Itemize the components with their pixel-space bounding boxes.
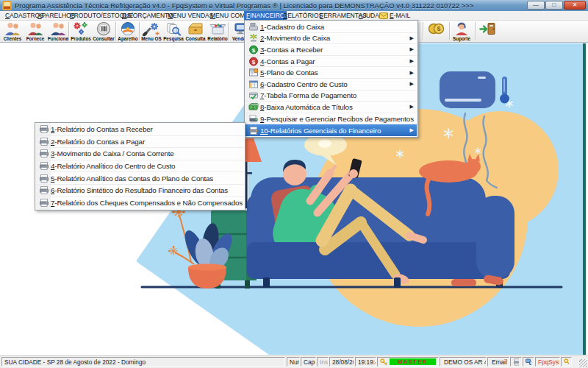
accounts-receivable-icon: $ [247,45,260,54]
printer-icon [37,137,51,146]
toolbar-button-consultar[interactable]: Consultar [93,21,115,42]
menu-item-label: 9-Pesquisar e Gerenciar Recibos de Pagam… [260,115,414,123]
app-icon [2,1,12,10]
menu-item-label: 2-Movimento de Caixa [260,34,330,42]
minimize-button[interactable]: — [527,1,545,10]
toolbar-separator [475,22,476,40]
window-controls: — □ ✕ [527,1,586,10]
financeiro-menu-item-7[interactable]: 7-Tabela Forma de Pagamento [245,91,417,102]
printer-icon [37,161,51,171]
report-menu-item-7[interactable]: 7-Relatório dos Cheques Compensados e Nã… [36,197,244,210]
printer-icon [37,124,51,134]
report-menu-item-4[interactable]: 4-Relatório Analítico do Centro de Custo [36,160,244,173]
report-menu-item-3[interactable]: 3-Movimento de Caixa / Conta Corrente [36,148,244,160]
svg-text:$: $ [252,46,256,53]
toolbar-button-sair[interactable] [477,21,499,42]
menu-item-label: 10-Relatórios Gerenciais do Financeiro [260,127,381,135]
menu-item-label: 5-Plano de Contas [260,68,318,77]
financeiro-menu-item-2[interactable]: 2-Movimento de Caixa▶ [245,33,417,45]
toolbar-button-relatorio[interactable]: Relatório [207,21,229,42]
submenu-arrow-icon: ▶ [410,58,414,64]
toolbar-button-produtos[interactable]: Produtos [70,21,92,42]
toolbar-button-label: Produtos [71,36,91,41]
toolbar-separator [228,22,229,40]
cash-movement-icon [247,33,260,43]
svg-text:$: $ [437,25,440,32]
maximize-button[interactable]: □ [545,1,563,10]
submenu-arrow-icon: ▶ [410,35,414,41]
svg-text:$: $ [252,58,256,65]
toolbar-separator [68,22,70,40]
status-user-level: MASTER [377,357,439,367]
toolbar-button-fornecedores[interactable]: Fornece [24,21,46,42]
report-menu-item-1[interactable]: 1-Relatório do Contas a Receber [36,124,244,136]
financeiro-menu-item-10[interactable]: 10-Relatórios Gerenciais do Financeiro▶ [245,124,417,136]
financeiro-menu-item-3[interactable]: $3-Contas a Receber▶ [245,44,417,56]
toolbar-button-label: Funciona [48,36,68,41]
submenu-arrow-icon: ▶ [410,104,414,110]
menu-item-label: 5-Relatório Analítico das Contas do Plan… [51,174,213,183]
report-menu-item-6[interactable]: 6-Relatório Sintético do Resultado Finan… [36,185,244,197]
toolbar-button-label: Clientes [4,36,22,41]
status-ins-indicator: Ins [317,357,329,367]
menu-item-label: 1-Relatório do Contas a Receber [51,125,153,133]
report-menu-item-5[interactable]: 5-Relatório Analítico das Contas do Plan… [36,172,244,185]
app-window: { "window": { "title": "Programa Assistê… [0,0,588,368]
toolbar-button-label: Suporte [453,36,470,41]
cash-register-icon [247,22,260,32]
toolbar-button-label: Fornece [26,36,45,41]
receipts-icon [247,114,260,124]
status-key-button[interactable] [561,357,572,367]
menu-item-label: 7-Tabela Forma de Pagamento [260,91,356,99]
status-brand-label[interactable]: FpqSystem [535,357,560,367]
toolbar-button-pesquisa[interactable]: Pesquisa [162,21,184,42]
toolbar-button-menu-os[interactable]: Menu OS [140,21,162,42]
right-edge-strip [583,43,586,355]
report-menu-item-2[interactable]: 2-Relatório do Contas a Pagar [36,136,244,149]
air-conditioner-icon [440,71,495,108]
financeiro-menu-item-9[interactable]: 9-Pesquisar e Gerenciar Recibos de Pagam… [245,113,417,125]
menu-item-label: 3-Movimento de Caixa / Conta Corrente [51,149,174,158]
submenu-arrow-icon: ▶ [410,127,414,133]
toolbar-button-label: Consultar [93,36,114,41]
toolbar-separator [139,22,140,40]
status-time: 19:19:47 [355,357,376,367]
resize-grip[interactable] [579,359,587,367]
printer-icon [37,185,51,195]
status-network-button[interactable] [523,357,534,367]
statusbar: SUA CIDADE - SP 28 de Agosto de 2022 - D… [0,355,588,368]
toolbar-button-consulta[interactable]: Consulta [184,21,207,42]
toolbar-button-label: Aparelho [118,36,137,41]
toolbar-button-aparelho[interactable]: Aparelho [117,21,139,42]
financeiro-menu-item-1[interactable]: 1-Cadastro do Caixa [245,21,417,33]
financeiro-menu-item-6[interactable]: 6-Cadastro Centro de Custo▶ [245,79,417,91]
toolbar-button-funcionarios[interactable]: Funciona [47,21,69,42]
submenu-arrow-icon: ▶ [410,70,414,76]
toolbar-separator [423,22,424,40]
menu-item-label: 8-Baixa Automática de Títulos [260,103,353,111]
toolbar-separator [449,22,451,40]
printer-icon [37,149,51,158]
reports-submenu: 1-Relatório do Contas a Receber2-Relatór… [35,122,245,210]
status-email-button[interactable]: Email [487,357,509,367]
financeiro-menu-item-8[interactable]: $8-Baixa Automática de Títulos▶ [245,102,417,113]
financeiro-dropdown-menu: 1-Cadastro do Caixa2-Movimento de Caixa▶… [244,20,418,138]
financeiro-menu-item-5[interactable]: 5-Plano de Contas▶ [245,67,417,79]
menu-item-label: 2-Relatório do Contas a Pagar [51,138,145,146]
status-caps-indicator: Caps [301,357,316,367]
close-button[interactable]: ✕ [564,1,586,10]
payment-method-icon [247,91,260,100]
status-print-button[interactable] [510,357,522,367]
status-location: SUA CIDADE - SP 28 de Agosto de 2022 - D… [1,357,285,367]
financeiro-menu-item-4[interactable]: $4-Contas a Pagar▶ [245,56,417,68]
titlebar: Programa Assistência Técnica Refrigeraçã… [0,0,588,11]
toolbar-button-moedas[interactable]: $ [425,21,447,42]
toolbar-button-suporte[interactable]: Suporte [451,21,473,42]
menu-item-label: 7-Relatório dos Cheques Compensados e Nã… [51,199,243,207]
menu-item-label: 4-Relatório Analítico do Centro de Custo [51,162,175,170]
toolbar-button-label: Consulta [186,36,206,41]
menu-item-label: 6-Relatório Sintético do Resultado Finan… [51,186,228,194]
couch-armrest [476,196,514,279]
toolbar-button-clientes[interactable]: Clientes [1,21,24,42]
master-badge: MASTER [390,358,436,365]
